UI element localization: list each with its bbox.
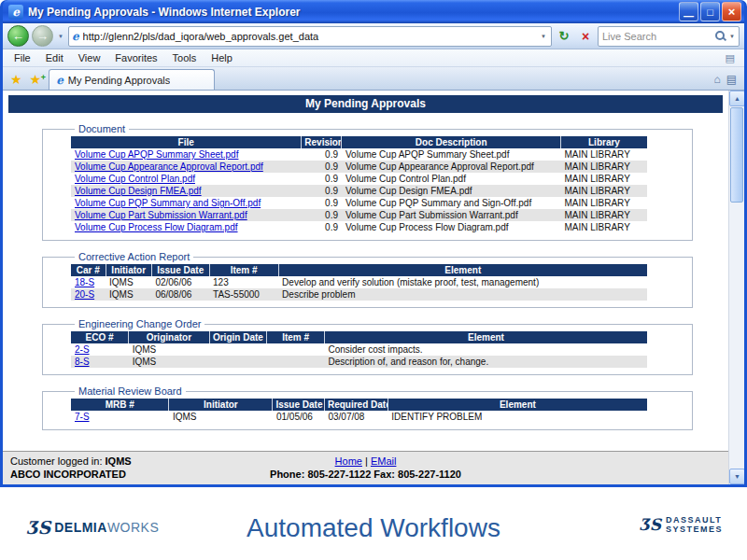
vertical-scrollbar[interactable]: ▲ ▼ xyxy=(728,91,744,484)
navigation-bar: ← → ▼ e http://glenn2/pls/dad_iqora/web_… xyxy=(3,23,744,49)
menu-tools[interactable]: Tools xyxy=(165,52,204,63)
add-favorite-icon[interactable]: ★+ xyxy=(26,72,46,90)
record-link[interactable]: 8-S xyxy=(75,357,90,367)
page-content: My Pending Approvals Document FileRevisi… xyxy=(3,91,728,451)
back-button[interactable]: ← xyxy=(7,25,29,47)
section-material-review-board: Material Review Board MRB #InitiatorIssu… xyxy=(42,385,693,430)
record-link[interactable]: 2-S xyxy=(75,344,90,355)
tab-bar: ★ ★+ e My Pending Approvals ⌂ ▤ xyxy=(3,67,744,91)
table-row: Volume Cup Control Plan.pdf0.9Volume Cup… xyxy=(71,173,647,185)
page-title: My Pending Approvals xyxy=(8,95,723,113)
table-cell xyxy=(209,343,267,356)
table-cell: 0.9 xyxy=(302,161,342,173)
history-dropdown-icon[interactable]: ▼ xyxy=(56,34,65,39)
scroll-up-button[interactable]: ▲ xyxy=(729,91,744,106)
browser-viewport: My Pending Approvals Document FileRevisi… xyxy=(3,91,744,484)
search-icon[interactable] xyxy=(714,30,726,42)
column-header: Library xyxy=(560,136,647,148)
home-link[interactable]: Home xyxy=(335,455,362,467)
search-dropdown-icon[interactable]: ▼ xyxy=(729,34,735,39)
tab-label: My Pending Approvals xyxy=(68,75,170,86)
table-cell: Volume Cup Control Plan.pdf xyxy=(71,173,302,185)
table-cell: Volume Cup PQP Summary and Sign-Off.pdf xyxy=(71,197,302,209)
address-dropdown-icon[interactable]: ▼ xyxy=(539,34,548,39)
table-cell: 7-S xyxy=(71,411,169,423)
table-row: Volume Cup Part Submission Warrant.pdf0.… xyxy=(71,209,647,221)
home-icon[interactable]: ⌂ xyxy=(713,73,720,86)
tab-my-pending-approvals[interactable]: e My Pending Approvals xyxy=(49,69,215,90)
page-icon[interactable]: ▤ xyxy=(726,52,740,64)
record-link[interactable]: 20-S xyxy=(75,289,94,300)
search-box[interactable]: Live Search ▼ xyxy=(598,26,740,47)
table-cell: IQMS xyxy=(129,356,209,368)
scroll-down-button[interactable]: ▼ xyxy=(729,469,744,484)
section-document-label: Document xyxy=(75,123,129,134)
menu-help[interactable]: Help xyxy=(204,52,240,63)
screenshot-root: e My Pending Approvals - Windows Interne… xyxy=(0,0,747,560)
document-table: FileRevisionDoc DescriptionLibraryVolume… xyxy=(71,136,647,233)
table-cell: 0.9 xyxy=(302,148,342,161)
menu-favorites[interactable]: Favorites xyxy=(107,52,164,63)
record-link[interactable]: Volume Cup Appearance Approval Report.pd… xyxy=(75,161,263,172)
record-link[interactable]: Volume Cup PQP Summary and Sign-Off.pdf xyxy=(75,198,261,208)
table-cell: Volume Cup APQP Summary Sheet.pdf xyxy=(342,148,560,161)
column-header: Initiator xyxy=(106,264,151,276)
email-link[interactable]: EMail xyxy=(371,455,397,467)
table-cell: Consider cost impacts. xyxy=(324,343,647,356)
stop-button[interactable]: × xyxy=(576,26,595,47)
record-link[interactable]: 18-S xyxy=(75,277,94,287)
table-row: Volume Cup Appearance Approval Report.pd… xyxy=(71,161,647,173)
table-cell: TAS-55000 xyxy=(209,288,278,301)
window-titlebar: e My Pending Approvals - Windows Interne… xyxy=(3,0,744,23)
ie-logo-icon: e xyxy=(8,5,23,20)
table-cell: 20-S xyxy=(71,288,106,301)
scrollbar-thumb[interactable] xyxy=(730,107,743,203)
table-cell: IDENTIFY PROBLEM xyxy=(388,411,647,423)
browser-window: e My Pending Approvals - Windows Interne… xyxy=(0,0,747,487)
table-cell: IQMS xyxy=(106,288,151,301)
table-cell: 0.9 xyxy=(302,173,342,185)
print-page-icon[interactable]: ▤ xyxy=(726,73,737,86)
minimize-button[interactable]: — xyxy=(679,2,698,21)
section-engineering-change-order: Engineering Change Order ECO #Originator… xyxy=(42,318,693,375)
table-cell: 0.9 xyxy=(302,209,342,221)
table-cell: 03/07/08 xyxy=(324,411,388,423)
close-button[interactable]: × xyxy=(722,2,741,21)
record-link[interactable]: Volume Cup Control Plan.pdf xyxy=(75,174,195,184)
table-cell xyxy=(267,356,325,368)
branding-band: ƷS DELMIAWORKS Automated Workflows ƷS DA… xyxy=(0,487,747,560)
table-row: 7-SIQMS01/05/0603/07/08IDENTIFY PROBLEM xyxy=(71,411,647,423)
menu-edit[interactable]: Edit xyxy=(38,52,71,63)
record-link[interactable]: Volume Cup Design FMEA.pdf xyxy=(75,186,202,196)
menu-file[interactable]: File xyxy=(7,52,38,63)
table-row: Volume Cup PQP Summary and Sign-Off.pdf0… xyxy=(71,197,647,209)
record-link[interactable]: 7-S xyxy=(75,412,90,422)
plus-icon: + xyxy=(41,73,46,82)
record-link[interactable]: Volume Cup Process Flow Diagram.pdf xyxy=(75,222,238,232)
address-url: http://glenn2/pls/dad_iqora/web_approval… xyxy=(83,31,535,42)
refresh-button[interactable]: ↻ xyxy=(555,26,573,47)
column-header: Originator xyxy=(129,331,209,343)
record-link[interactable]: Volume Cup Part Submission Warrant.pdf xyxy=(75,210,247,220)
column-header: Initiator xyxy=(169,399,273,411)
table-cell: Volume Cup Control Plan.pdf xyxy=(342,173,560,185)
page-footer: Customer logged in: IQMS ABCO INCORPORAT… xyxy=(3,451,728,484)
tab-favicon: e xyxy=(56,74,63,87)
menu-view[interactable]: View xyxy=(71,52,108,63)
column-header: Issue Date xyxy=(151,264,209,276)
engineering-change-table: ECO #OriginatorOrigin DateItem #Element2… xyxy=(71,331,647,368)
maximize-button[interactable]: □ xyxy=(700,2,720,21)
table-cell: MAIN LIBRARY xyxy=(560,221,647,233)
table-cell xyxy=(209,356,267,368)
table-cell xyxy=(267,343,325,356)
systemes-text: SYSTEMES xyxy=(666,525,723,534)
column-header: Revision xyxy=(302,136,342,148)
table-cell: 0.9 xyxy=(302,185,342,197)
address-bar[interactable]: e http://glenn2/pls/dad_iqora/web_approv… xyxy=(68,26,552,47)
table-cell: IQMS xyxy=(106,276,151,288)
record-link[interactable]: Volume Cup APQP Summary Sheet.pdf xyxy=(75,149,238,160)
column-header: Element xyxy=(278,264,647,276)
forward-button[interactable]: → xyxy=(32,25,53,47)
favorites-star-icon[interactable]: ★ xyxy=(7,72,26,90)
column-header: Item # xyxy=(267,331,325,343)
